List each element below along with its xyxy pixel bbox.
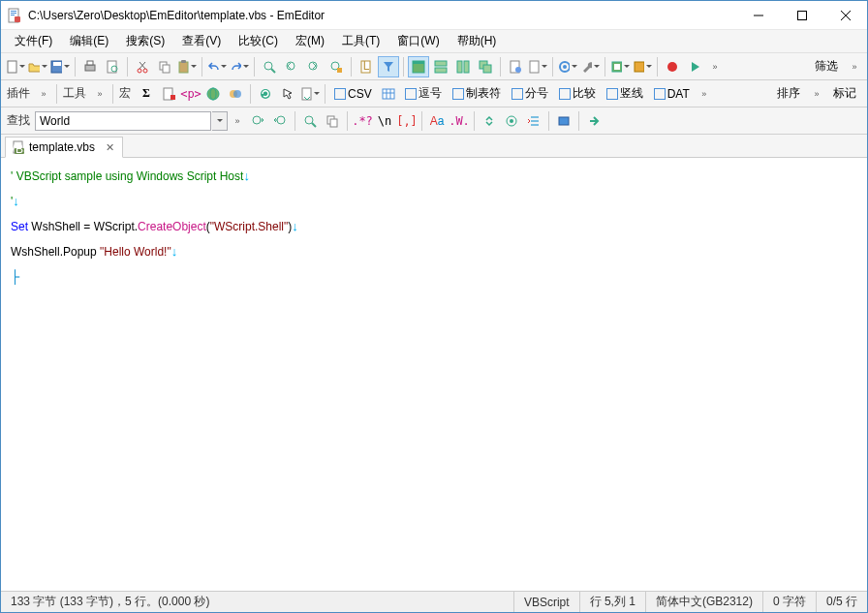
tab-mode-button[interactable]: 制表符 — [448, 83, 506, 105]
find-button[interactable] — [259, 56, 280, 77]
cascade-button[interactable] — [475, 56, 496, 77]
escape-button[interactable]: \n — [374, 110, 395, 132]
case-button[interactable]: Aa — [426, 110, 448, 132]
menu-help[interactable]: 帮助(H) — [450, 30, 505, 52]
spanner-button[interactable] — [579, 56, 601, 77]
paste-button[interactable] — [176, 56, 198, 77]
filter-panel-button[interactable]: 筛选 — [808, 55, 845, 77]
refresh-button[interactable] — [255, 83, 276, 105]
redo-button[interactable] — [229, 56, 250, 77]
status-encoding[interactable]: 简体中文(GB2312) — [646, 592, 763, 612]
regex-button[interactable]: .*? — [352, 110, 373, 132]
custom-button[interactable] — [632, 56, 653, 77]
separator — [56, 84, 57, 104]
status-bytes: 133 字节 (133 字节)，5 行。(0.000 秒) — [1, 592, 514, 612]
large-file-button[interactable]: L — [356, 56, 377, 77]
find-next-button[interactable] — [303, 56, 325, 77]
overflow-icon[interactable]: » — [93, 83, 107, 105]
find-next-in-bar[interactable] — [269, 110, 291, 132]
window-combine-button[interactable] — [408, 56, 429, 77]
overflow-icon[interactable]: » — [231, 110, 244, 132]
compare-mode-button[interactable]: 比较 — [554, 83, 601, 105]
eof-marker: ├ — [11, 269, 19, 284]
gear-button[interactable] — [557, 56, 578, 77]
sort-panel-button[interactable]: 排序 — [770, 82, 807, 105]
csv-mode-button[interactable]: CSV — [329, 83, 377, 105]
svg-rect-3 — [11, 15, 15, 15]
cut-button[interactable] — [132, 56, 153, 77]
find-dropdown-button[interactable] — [212, 111, 228, 131]
pointer-icon[interactable] — [277, 83, 298, 105]
menu-view[interactable]: 查看(V) — [174, 30, 229, 52]
whole-word-button[interactable]: .W. — [449, 110, 470, 132]
find-label: 查找 — [5, 112, 34, 129]
editor-content[interactable]: ' VBScript sample using Windows Script H… — [1, 158, 867, 295]
find-input[interactable] — [35, 111, 211, 131]
world-icon[interactable] — [202, 83, 224, 105]
record-button[interactable] — [662, 56, 683, 77]
undo-button[interactable] — [206, 56, 228, 77]
app-window: C:\Users\Zero\Desktop\EmEditor\template.… — [0, 0, 868, 613]
brackets-button[interactable]: [,] — [396, 110, 418, 132]
svg-rect-6 — [797, 11, 806, 19]
menu-search[interactable]: 搜索(S) — [118, 30, 172, 52]
find-prev-in-bar[interactable] — [247, 110, 268, 132]
close-button[interactable] — [823, 1, 867, 29]
overflow-icon[interactable]: » — [698, 83, 711, 105]
overflow-icon[interactable]: » — [37, 83, 50, 105]
status-language[interactable]: VBScript — [514, 592, 580, 612]
comma-mode-button[interactable]: 逗号 — [400, 83, 447, 105]
find-highlight-button[interactable] — [299, 110, 321, 132]
menu-tools[interactable]: 工具(T) — [334, 30, 388, 52]
new-file-button[interactable] — [5, 56, 26, 77]
separator — [202, 57, 202, 77]
svg-rect-1 — [11, 11, 16, 12]
maximize-button[interactable] — [780, 1, 823, 29]
list-indent-button[interactable] — [523, 110, 544, 132]
vline-mode-button[interactable]: 竖线 — [602, 83, 648, 105]
sigma-button[interactable]: Σ — [136, 83, 157, 105]
svg-text:VBS: VBS — [12, 142, 25, 154]
menu-compare[interactable]: 比较(C) — [231, 30, 286, 52]
find-prev-button[interactable] — [281, 56, 302, 77]
overflow-icon[interactable]: » — [848, 56, 861, 77]
overflow-icon[interactable]: » — [708, 56, 722, 77]
open-file-button[interactable] — [27, 56, 48, 77]
toolbar-main: L » 筛选 » — [1, 53, 867, 80]
tile-vertical-button[interactable] — [452, 56, 474, 77]
semicolon-mode-button[interactable]: 分号 — [507, 83, 553, 105]
overlap-icon[interactable] — [225, 83, 246, 105]
menu-macro[interactable]: 宏(M) — [288, 30, 332, 52]
print-button[interactable] — [79, 56, 101, 77]
go-button[interactable] — [583, 110, 604, 132]
document-tab[interactable]: VBS template.vbs ✕ — [5, 137, 123, 158]
plugin-config-button[interactable] — [609, 56, 631, 77]
center-button[interactable] — [501, 110, 522, 132]
up-down-button[interactable] — [479, 110, 500, 132]
replace-button[interactable] — [326, 56, 347, 77]
menu-window[interactable]: 窗口(W) — [389, 30, 447, 52]
tab-close-button[interactable]: ✕ — [103, 140, 116, 154]
separator — [347, 111, 348, 131]
table-icon[interactable] — [378, 83, 399, 105]
extract-button[interactable] — [322, 110, 343, 132]
overflow-icon[interactable]: » — [810, 83, 823, 105]
config-dropdown-button[interactable] — [527, 56, 548, 77]
code-tag-button[interactable]: <p> — [180, 83, 202, 105]
save-button[interactable] — [49, 56, 71, 77]
filter-button[interactable] — [378, 56, 399, 77]
menu-edit[interactable]: 编辑(E) — [62, 30, 116, 52]
config-button[interactable] — [505, 56, 526, 77]
editor-area[interactable]: ' VBScript sample using Windows Script H… — [1, 158, 867, 591]
macro-stop-button[interactable] — [158, 83, 179, 105]
convert-button[interactable] — [299, 83, 321, 105]
mark-panel-button[interactable]: 标记 — [826, 82, 863, 105]
box-button[interactable] — [553, 110, 574, 132]
dat-mode-button[interactable]: DAT — [649, 83, 695, 105]
menu-file[interactable]: 文件(F) — [7, 30, 60, 52]
print-preview-button[interactable] — [102, 56, 123, 77]
play-button[interactable] — [684, 56, 705, 77]
tile-horizontal-button[interactable] — [430, 56, 451, 77]
copy-button[interactable] — [154, 56, 175, 77]
minimize-button[interactable] — [736, 1, 780, 29]
